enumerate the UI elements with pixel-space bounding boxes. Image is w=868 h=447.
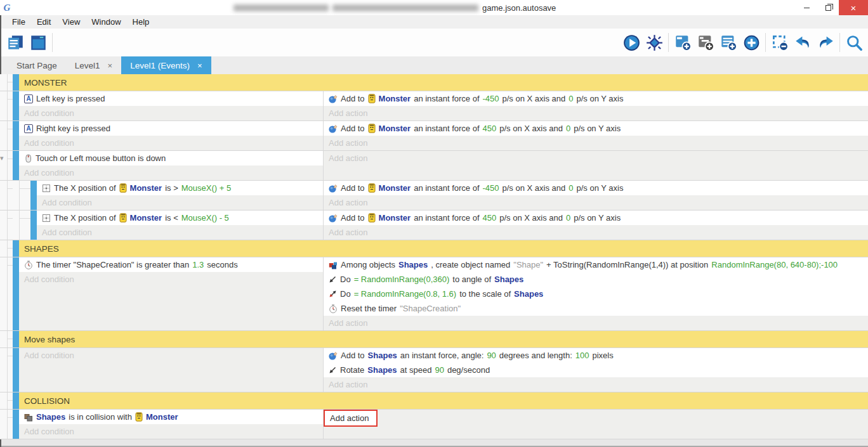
add-subevent-button[interactable]: [694, 31, 717, 54]
action-line-text: 0: [566, 124, 570, 133]
condition-line[interactable]: Left key is pressed: [19, 91, 323, 106]
redo-button[interactable]: [814, 31, 837, 54]
close-tab-icon[interactable]: ×: [108, 61, 113, 70]
project-manager-button[interactable]: [4, 31, 27, 54]
action-line[interactable]: Add to Monster an instant force of -450 …: [324, 91, 868, 106]
scene-editor-button[interactable]: [27, 31, 49, 54]
event-tree-gutter: [0, 240, 13, 257]
menu-view[interactable]: View: [56, 17, 86, 27]
add-action-button[interactable]: Add action: [324, 136, 868, 150]
add-condition-button[interactable]: Add condition: [19, 424, 323, 439]
collapse-event-icon[interactable]: ▾: [0, 154, 4, 162]
search-button[interactable]: [843, 31, 865, 54]
event-group-row: MONSTER: [0, 74, 868, 91]
maximize-button[interactable]: [817, 0, 839, 15]
menu-help[interactable]: Help: [127, 17, 155, 27]
action-line-text: "Shape": [513, 260, 543, 269]
action-line-text: Monster: [379, 124, 411, 133]
action-line-text: Monster: [379, 94, 411, 103]
event-group-row: Move shapes: [0, 331, 868, 348]
action-line[interactable]: Add to Monster an instant force of 450 p…: [324, 211, 868, 225]
event-tree-gutter: [0, 121, 13, 150]
event-group-header[interactable]: MONSTER: [19, 74, 868, 91]
add-condition-button[interactable]: Add condition: [19, 165, 323, 180]
action-line[interactable]: Add to Shapes an instant force, angle: 9…: [324, 348, 868, 363]
event-group-header[interactable]: SHAPES: [19, 240, 868, 257]
force-icon: [329, 184, 338, 193]
event-row: Shapes is in collision with MonsterAdd c…: [0, 410, 868, 439]
start-page-icon: [30, 34, 47, 51]
add-action-button[interactable]: Add action: [324, 195, 868, 210]
add-condition-button[interactable]: Add condition: [37, 225, 323, 240]
event-tree-gutter: [0, 181, 13, 210]
add-action-button[interactable]: Add action: [324, 106, 868, 120]
highlighted-add-action-row: Add action: [324, 410, 868, 427]
action-line[interactable]: Among objects Shapes, create object name…: [324, 257, 868, 272]
add-condition-button[interactable]: Add condition: [19, 272, 323, 287]
condition-line-text: The X position of: [54, 183, 116, 193]
condition-line[interactable]: Touch or Left mouse button is down: [19, 151, 323, 165]
tab-bar: Start Page Level1 × Level1 (Events) ×: [0, 56, 868, 74]
action-line-text: p/s on Y axis: [574, 124, 621, 133]
event-tree-gutter: [0, 257, 13, 330]
action-line[interactable]: Add to Monster an instant force of -450 …: [324, 181, 868, 195]
actions-cell: Among objects Shapes, create object name…: [324, 257, 868, 330]
condition-line-text: The X position of: [54, 213, 116, 223]
action-line-text: pixels: [592, 351, 613, 360]
action-line[interactable]: Reset the timer "ShapeCreation": [324, 301, 868, 316]
add-condition-button[interactable]: Add condition: [19, 136, 323, 150]
position-icon: [42, 184, 51, 193]
event-marker-bar: [13, 74, 19, 91]
subevent-connector: [13, 181, 30, 210]
add-condition-button[interactable]: Add condition: [37, 195, 323, 210]
force-icon: [329, 124, 338, 133]
action-line-text: Add to: [341, 213, 365, 223]
add-condition-button[interactable]: Add condition: [19, 348, 323, 363]
minimize-button[interactable]: [796, 0, 817, 15]
actions-cell: Add to Monster an instant force of 450 p…: [324, 121, 868, 150]
condition-line[interactable]: Shapes is in collision with Monster: [19, 410, 323, 424]
menu-bar: File Edit View Window Help: [0, 15, 868, 29]
tab-level1[interactable]: Level1 ×: [66, 56, 121, 74]
close-button[interactable]: ×: [839, 0, 868, 15]
close-tab-icon[interactable]: ×: [197, 61, 202, 70]
add-condition-button[interactable]: Add condition: [19, 106, 323, 120]
menu-edit[interactable]: Edit: [31, 17, 56, 27]
event-tree-gutter: [0, 74, 13, 91]
menu-file[interactable]: File: [6, 17, 31, 27]
timer-icon: [24, 261, 33, 269]
add-comment-button[interactable]: [717, 31, 740, 54]
monster-icon: [368, 183, 376, 193]
keyboard-key-icon: [24, 124, 33, 133]
preview-button[interactable]: [620, 31, 643, 54]
condition-line[interactable]: The timer "ShapeCreation" is greater tha…: [19, 257, 323, 272]
conditions-cell: The X position of Monster is < MouseX() …: [37, 211, 324, 240]
event-marker-bar: [13, 257, 19, 330]
undo-button[interactable]: [791, 31, 814, 54]
action-line-text: Shapes: [494, 275, 523, 284]
add-action-button[interactable]: Add action: [324, 316, 868, 330]
condition-line[interactable]: The X position of Monster is < MouseX() …: [37, 211, 323, 225]
add-action-button[interactable]: Add action: [324, 410, 378, 427]
add-other-event-button[interactable]: [740, 31, 763, 54]
action-line[interactable]: Rotate Shapes at speed 90deg/second: [324, 363, 868, 377]
add-action-button[interactable]: Add action: [324, 225, 868, 240]
condition-line[interactable]: Right key is pressed: [19, 121, 323, 136]
tab-level1-events[interactable]: Level1 (Events) ×: [121, 56, 211, 74]
condition-line[interactable]: The X position of Monster is > MouseX() …: [37, 181, 323, 195]
action-line[interactable]: Do = RandomInRange(0.8, 1.6) to the scal…: [324, 287, 868, 301]
tab-start-page[interactable]: Start Page: [8, 56, 66, 74]
conditions-cell: Add condition: [19, 348, 324, 392]
add-event-button[interactable]: [671, 31, 694, 54]
menu-window[interactable]: Window: [86, 17, 126, 27]
event-group-header[interactable]: COLLISION: [19, 392, 868, 409]
add-action-button[interactable]: Add action: [324, 151, 868, 165]
action-line[interactable]: Do = RandomInRange(0,360) to angle of Sh…: [324, 272, 868, 287]
remove-selection-button[interactable]: [768, 31, 791, 54]
debug-button[interactable]: [643, 31, 666, 54]
collision-icon: [24, 413, 33, 422]
add-action-button[interactable]: Add action: [324, 377, 868, 392]
condition-line-text: Left key is pressed: [36, 94, 105, 103]
action-line[interactable]: Add to Monster an instant force of 450 p…: [324, 121, 868, 136]
event-group-header[interactable]: Move shapes: [19, 331, 868, 347]
